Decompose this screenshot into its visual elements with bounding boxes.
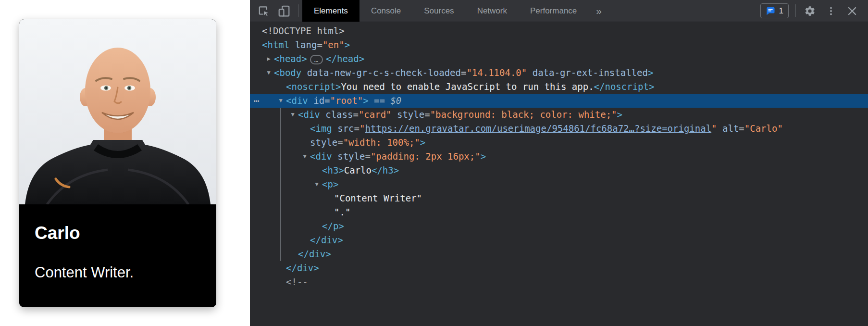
code-segment: == $0 xyxy=(369,95,402,106)
profile-role: Content Writer. xyxy=(35,263,201,281)
more-options-button[interactable] xyxy=(821,5,841,17)
code-segment: "Content Writer" xyxy=(334,193,422,203)
inspect-cursor-icon xyxy=(258,5,270,17)
code-segment: </h3> xyxy=(372,165,399,176)
code-segment: "." xyxy=(334,207,350,217)
tree-node[interactable]: ▼<body data-new-gr-c-s-check-loaded="14.… xyxy=(250,66,868,80)
tab-sources[interactable]: Sources xyxy=(412,0,465,22)
code-segment: = xyxy=(739,123,744,134)
code-segment xyxy=(332,123,337,134)
code-segment: "width: 100%;" xyxy=(343,137,420,148)
tree-node[interactable]: </div> xyxy=(250,247,868,261)
code-segment: </div> xyxy=(286,263,319,273)
code-segment: "14.1104.0" xyxy=(466,67,527,78)
settings-button[interactable] xyxy=(800,5,820,17)
code-segment: src xyxy=(337,123,354,134)
code-segment: <body xyxy=(274,67,301,78)
code-segment: = xyxy=(365,151,370,162)
tree-node[interactable]: </div> xyxy=(250,233,868,247)
code-segment: <img xyxy=(310,123,332,134)
code-segment: data-gr-ext-installed xyxy=(533,67,648,78)
code-segment: > xyxy=(345,39,350,50)
tree-node[interactable]: <html lang="en"> xyxy=(250,38,868,52)
code-segment: = xyxy=(461,67,466,78)
close-icon xyxy=(846,5,858,17)
code-segment xyxy=(392,109,397,120)
tab-performance[interactable]: Performance xyxy=(519,0,588,22)
code-segment: "Carlo" xyxy=(744,123,783,134)
code-segment: <head> xyxy=(274,53,307,64)
code-segment: style xyxy=(337,151,365,162)
collapse-arrow-icon[interactable]: ▼ xyxy=(312,177,321,191)
collapse-arrow-icon[interactable]: ▼ xyxy=(276,94,285,108)
profile-photo xyxy=(19,19,216,204)
toolbar-spacer xyxy=(609,0,760,22)
code-segment xyxy=(301,67,307,78)
code-segment: <noscript> xyxy=(286,81,341,92)
code-segment: <div xyxy=(310,151,332,162)
issues-chat-icon xyxy=(766,6,775,16)
code-segment: " xyxy=(360,123,365,134)
device-toolbar-button[interactable] xyxy=(274,0,294,22)
issues-badge[interactable]: 1 xyxy=(760,3,789,18)
devtools-tabs: ElementsConsoleSourcesNetworkPerformance xyxy=(302,0,588,22)
code-segment xyxy=(527,67,532,78)
tab-console[interactable]: Console xyxy=(360,0,412,22)
collapsed-content-icon[interactable]: … xyxy=(310,55,323,64)
code-segment: > xyxy=(648,67,653,78)
code-segment: = xyxy=(354,123,360,134)
inspect-element-button[interactable] xyxy=(254,0,274,22)
collapse-arrow-icon[interactable]: ▼ xyxy=(300,150,309,163)
tree-node[interactable]: </p> xyxy=(250,219,868,233)
code-segment: id xyxy=(313,95,324,106)
tab-network[interactable]: Network xyxy=(466,0,519,22)
code-segment: <h3> xyxy=(322,165,344,176)
collapse-arrow-icon[interactable]: ▼ xyxy=(264,66,273,80)
attribute-link[interactable]: https://en.gravatar.com/userimage/954861… xyxy=(365,123,711,134)
tree-node[interactable]: <img src="https://en.gravatar.com/userim… xyxy=(250,122,868,136)
rendered-page: Carlo Content Writer. xyxy=(0,0,250,326)
tree-node[interactable]: ▼<p> xyxy=(250,177,868,191)
code-segment xyxy=(289,39,295,50)
elements-tree: <!DOCTYPE html><html lang="en">▶<head>…<… xyxy=(250,22,868,326)
code-segment: <html xyxy=(262,39,289,50)
tree-node[interactable]: <!-- xyxy=(250,275,868,289)
code-segment: "padding: 2px 16px;" xyxy=(371,151,481,162)
more-tabs-button[interactable]: » xyxy=(588,0,609,22)
tree-node[interactable]: "Content Writer" xyxy=(250,191,868,205)
tree-node-selected[interactable]: ⋯▼<div id="root"> == $0 xyxy=(250,94,868,108)
node-actions-icon[interactable]: ⋯ xyxy=(254,94,260,108)
tree-node[interactable]: <!DOCTYPE html> xyxy=(250,24,868,38)
tree-node[interactable]: <noscript>You need to enable JavaScript … xyxy=(250,80,868,94)
collapse-arrow-icon[interactable]: ▼ xyxy=(288,108,297,122)
code-segment: = xyxy=(337,137,343,148)
code-segment: = xyxy=(324,95,330,106)
close-devtools-button[interactable] xyxy=(842,5,862,17)
code-segment: </p> xyxy=(322,221,344,231)
tree-node[interactable]: </div> xyxy=(250,261,868,275)
code-segment: <div xyxy=(298,109,320,120)
code-segment: > xyxy=(363,95,368,106)
code-segment: "en" xyxy=(322,39,345,50)
tree-node[interactable]: ▼<div class="card" style="background: bl… xyxy=(250,108,868,122)
code-segment: class xyxy=(325,109,353,120)
code-segment: " xyxy=(711,123,717,134)
expand-arrow-icon[interactable]: ▶ xyxy=(264,52,273,66)
profile-card-info: Carlo Content Writer. xyxy=(19,204,216,307)
tree-node[interactable]: <h3>Carlo</h3> xyxy=(250,163,868,177)
tree-node[interactable]: ▶<head>…</head> xyxy=(250,52,868,66)
tree-node[interactable]: ▼<div style="padding: 2px 16px;"> xyxy=(250,150,868,163)
code-segment: <!DOCTYPE html> xyxy=(262,25,345,36)
code-segment xyxy=(717,123,722,134)
code-segment: "card" xyxy=(359,109,392,120)
profile-card: Carlo Content Writer. xyxy=(19,19,216,307)
tab-elements[interactable]: Elements xyxy=(302,0,360,22)
tree-node[interactable]: "." xyxy=(250,205,868,219)
screenshot-root: Carlo Content Writer. ElementsConsoleSou… xyxy=(0,0,868,326)
code-segment xyxy=(332,151,337,162)
code-segment: > xyxy=(481,151,486,162)
code-segment: "background: black; color: white;" xyxy=(430,109,617,120)
code-segment: = xyxy=(424,109,430,120)
tree-node[interactable]: style="width: 100%;"> xyxy=(250,136,868,150)
code-segment: </noscript> xyxy=(594,81,655,92)
